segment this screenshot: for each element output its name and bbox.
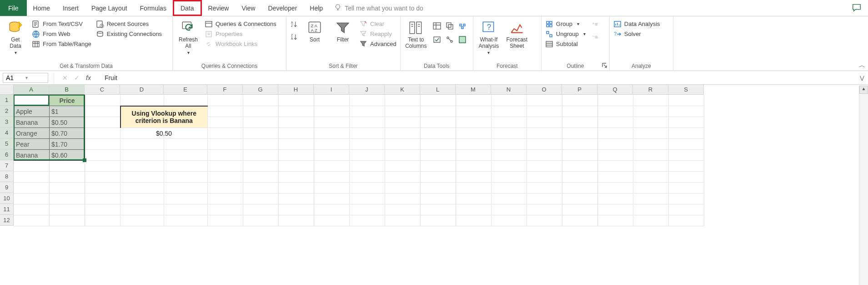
fill-handle[interactable] <box>83 158 86 162</box>
col-header[interactable]: R <box>633 85 668 95</box>
vertical-scrollbar[interactable]: ▲ <box>859 86 868 226</box>
cell[interactable]: Fruit <box>14 95 50 106</box>
cell[interactable] <box>164 95 208 106</box>
cell[interactable] <box>120 95 164 106</box>
hide-detail-button[interactable]: ⁻≡ <box>592 33 597 41</box>
filter-button[interactable]: Filter <box>331 18 355 43</box>
show-detail-button[interactable]: ⁺≡ <box>592 20 597 28</box>
sort-button[interactable]: Z AA Z Sort <box>303 18 326 43</box>
comments-icon[interactable] <box>852 3 862 14</box>
row-header[interactable]: 8 <box>0 171 14 182</box>
advanced-filter-button[interactable]: Advanced <box>359 40 396 48</box>
col-header[interactable]: F <box>207 85 243 95</box>
dialog-launcher-icon[interactable] <box>602 63 607 68</box>
col-header[interactable]: K <box>385 85 420 95</box>
solver-button[interactable]: ? Solver <box>613 30 660 38</box>
cell[interactable]: Banana <box>14 117 50 128</box>
cells-area[interactable]: Fruit Price Apple $1 Using Vlookup where… <box>14 95 868 226</box>
row-header[interactable]: 5 <box>0 138 14 149</box>
tab-view[interactable]: View <box>235 0 261 16</box>
col-header[interactable]: A <box>14 85 49 95</box>
flash-fill-button[interactable] <box>432 20 443 32</box>
tab-developer[interactable]: Developer <box>262 0 304 16</box>
properties-button[interactable]: Properties <box>205 30 276 38</box>
tab-home[interactable]: Home <box>27 0 56 16</box>
col-header[interactable]: E <box>164 85 207 95</box>
what-if-button[interactable]: ? What-If Analysis ▾ <box>477 18 501 55</box>
recent-sources-button[interactable]: Recent Sources <box>96 20 162 28</box>
col-header[interactable]: M <box>456 85 491 95</box>
sort-asc-button[interactable]: AZ <box>290 20 298 28</box>
subtotal-button[interactable]: Subtotal <box>545 40 586 48</box>
col-header[interactable]: D <box>120 85 164 95</box>
clear-filter-button[interactable]: Clear <box>359 20 396 28</box>
manage-data-model-button[interactable] <box>458 34 469 46</box>
row-header[interactable]: 9 <box>0 182 14 193</box>
cell[interactable]: Orange <box>14 128 50 139</box>
select-all-corner[interactable] <box>0 85 14 95</box>
row-header[interactable]: 3 <box>0 117 14 127</box>
reapply-button[interactable]: Reapply <box>359 30 396 38</box>
fx-icon[interactable]: fx <box>86 74 91 81</box>
tab-page-layout[interactable]: Page Layout <box>85 0 134 16</box>
forecast-sheet-button[interactable]: Forecast Sheet <box>505 18 529 49</box>
col-header[interactable]: J <box>349 85 385 95</box>
note-cell[interactable]: Using Vlookup where criterion is Banana <box>120 106 208 128</box>
scroll-up-button[interactable]: ▲ <box>859 86 868 94</box>
col-header[interactable]: P <box>562 85 597 95</box>
tab-data[interactable]: Data <box>173 0 202 16</box>
tab-review[interactable]: Review <box>202 0 236 16</box>
cell[interactable]: Apple <box>14 106 50 117</box>
row-header[interactable]: 12 <box>0 215 14 226</box>
cancel-icon[interactable]: ✕ <box>62 74 68 81</box>
relationships-button[interactable] <box>445 34 456 46</box>
row-header[interactable]: 4 <box>0 127 14 138</box>
col-header[interactable]: Q <box>597 85 633 95</box>
cell[interactable]: Banana <box>14 150 50 161</box>
from-table-range-button[interactable]: From Table/Range <box>32 40 91 48</box>
cell[interactable]: Price <box>50 95 85 106</box>
remove-duplicates-button[interactable] <box>445 20 456 32</box>
tab-insert[interactable]: Insert <box>56 0 85 16</box>
collapse-ribbon-button[interactable]: ︿ <box>859 61 865 70</box>
tell-me[interactable]: Tell me what you want to do <box>334 0 423 16</box>
row-header[interactable]: 1 <box>0 95 14 106</box>
col-header[interactable]: B <box>49 85 85 95</box>
cell[interactable]: $0.50 <box>50 117 85 128</box>
col-header[interactable]: G <box>243 85 278 95</box>
cell[interactable] <box>85 95 120 106</box>
enter-icon[interactable]: ✓ <box>74 74 80 81</box>
cell[interactable]: $0.70 <box>50 128 85 139</box>
expand-formula-bar[interactable]: ⋁ <box>860 75 864 81</box>
tab-file[interactable]: File <box>0 0 27 16</box>
col-header[interactable]: L <box>420 85 456 95</box>
tab-formulas[interactable]: Formulas <box>134 0 173 16</box>
data-analysis-button[interactable]: Data Analysis <box>613 20 660 28</box>
result-cell[interactable]: $0.50 <box>120 128 208 139</box>
data-validation-button[interactable] <box>432 34 443 46</box>
row-header[interactable]: 11 <box>0 204 14 215</box>
name-box[interactable]: A1 ▾ <box>3 73 48 83</box>
cell[interactable]: $1 <box>50 106 85 117</box>
from-web-button[interactable]: From Web <box>32 30 91 38</box>
formula-text[interactable]: Fruit <box>105 74 117 81</box>
row-header[interactable]: 2 <box>0 106 14 117</box>
refresh-all-button[interactable]: Refresh All ▾ <box>176 18 200 55</box>
col-header[interactable]: N <box>491 85 527 95</box>
row-header[interactable]: 10 <box>0 193 14 204</box>
cell[interactable]: $0.60 <box>50 150 85 161</box>
queries-connections-button[interactable]: Queries & Connections <box>205 20 276 28</box>
consolidate-button[interactable] <box>458 20 469 32</box>
tab-help[interactable]: Help <box>303 0 329 16</box>
ungroup-button[interactable]: Ungroup ▾ <box>545 30 586 38</box>
workbook-links-button[interactable]: Workbook Links <box>205 40 276 48</box>
col-header[interactable]: O <box>527 85 562 95</box>
col-header[interactable]: I <box>314 85 349 95</box>
col-header[interactable]: C <box>85 85 120 95</box>
row-header[interactable]: 6 <box>0 149 14 160</box>
cell[interactable]: $1.70 <box>50 139 85 150</box>
cell[interactable]: Pear <box>14 139 50 150</box>
from-text-csv-button[interactable]: From Text/CSV <box>32 20 91 28</box>
text-to-columns-button[interactable]: Text to Columns <box>404 18 428 49</box>
sort-desc-button[interactable]: ZA <box>290 33 298 41</box>
